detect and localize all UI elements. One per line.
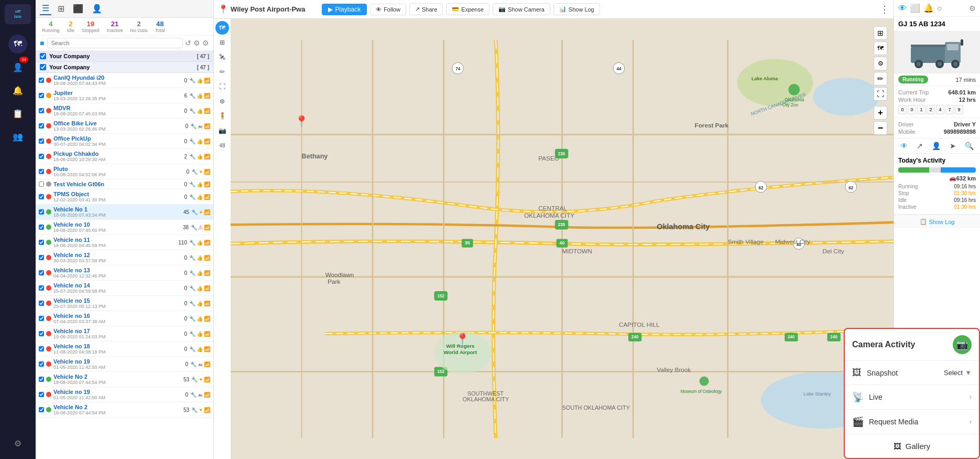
group-subheader-company[interactable]: Your Company [ 47 ] [36,62,213,73]
camera-header-icon[interactable]: 📷 [953,335,972,354]
vehicle-checkbox[interactable] [39,225,44,230]
search-input[interactable] [47,38,183,48]
vehicle-row[interactable]: Vehicle no 10 18-08-2020 07:45:00 PM 38 … [36,220,213,235]
status-inactive[interactable]: 21 Inactive [105,20,125,33]
vehicle-row[interactable]: Vehicle no 16 07-04-2020 03:37:38 AM 0 🔧… [36,311,213,326]
status-idle[interactable]: 2 Idle [65,20,77,33]
settings-toggle[interactable]: ⚙ [874,57,887,70]
live-option[interactable]: 📡 Live › [845,385,979,410]
vehicle-checkbox[interactable] [39,270,44,275]
cluster-button[interactable]: ⊛ [215,94,229,108]
vehicle-checkbox[interactable] [39,194,44,199]
vehicle-row[interactable]: Vehicle no 17 15-06-2020 01:24:03 PM 0 🔧… [36,326,213,341]
tab-table[interactable]: ⊞ [56,3,67,15]
vehicle-checkbox[interactable] [39,346,44,351]
eye-action-icon[interactable]: 👁 [900,142,908,150]
more-options-icon[interactable]: ⋮ [880,4,889,15]
vehicle-checkbox[interactable] [39,301,44,306]
nav-settings-icon[interactable]: ⚙ [8,434,27,453]
info-tab-circle[interactable]: ○ [937,4,942,13]
snapshot-option[interactable]: 🖼 Snapshot Select ▼ [845,361,979,385]
vehicle-row[interactable]: Vehicle no 15 25-07-2020 05:12:13 PM 0 🔧… [36,296,213,311]
vehicle-checkbox[interactable] [39,377,44,382]
status-nodata[interactable]: 2 No Data [128,20,150,33]
vehicle-row[interactable]: Vehicle no 13 04-04-2020 12:32:46 PM 0 🔧… [36,265,213,281]
vehicle-row[interactable]: Vehicle no 19 01-05-2020 11:42:50 AM 0 🔧… [36,357,213,372]
pen-button[interactable]: ✏ [215,65,229,79]
map-type-toggle[interactable]: 🗺 [874,41,887,55]
nav-alert-icon[interactable]: 🔔 [8,81,27,100]
tab-person[interactable]: 👤 [90,3,104,15]
show-log-button[interactable]: 📊 Show Log [553,3,600,15]
show-camera-button[interactable]: 📷 Show Camera [493,3,550,15]
group-sub-checkbox[interactable] [40,64,46,70]
tab-list[interactable]: ☰ [40,2,51,15]
vehicle-row[interactable]: Jupiter 19-03-2020 12:26:35 PM 6 🔧 👍 📶 [36,88,213,103]
vehicle-row[interactable]: Test Vehicle Gt06n 0 🔧 👍 📶 [36,179,213,189]
vehicle-row[interactable]: Office Bike Live 13-03-2020 02:26:46 PM … [36,119,213,134]
status-total[interactable]: 48 Total [153,20,167,33]
refresh-icon[interactable]: ↺ [185,39,191,47]
vehicle-checkbox[interactable] [39,209,44,215]
person-action-icon[interactable]: 👤 [932,142,941,150]
zoom-out-button[interactable]: − [874,121,887,135]
share-action-icon[interactable]: ↗ [917,142,923,150]
vehicle-row[interactable]: Vehicle no 18 11-08-2020 04:38:18 PM 0 🔧… [36,341,213,357]
vehicle-row[interactable]: Vehicle No 2 18-08-2020 07:44:54 PM 53 🔧… [36,372,213,387]
playback-button[interactable]: ▶ Playback [322,4,367,15]
tab-grid[interactable]: ⬛ [71,3,85,15]
nav-map-icon[interactable]: 🗺 [8,35,27,54]
vehicle-checkbox[interactable] [39,138,44,144]
vehicle-row-selected[interactable]: Vehicle No 1 18-08-2020 07:43:34 PM 45 🔧… [36,205,213,220]
vehicle-row[interactable]: Vehicle no 11 18-08-2020 04:45:59 PM 110… [36,235,213,250]
satellite-button[interactable]: 🛰 [215,50,229,64]
info-tab-bell[interactable]: 🔔 [923,3,934,13]
status-stopped[interactable]: 19 Stopped [80,20,102,33]
vehicle-checkbox[interactable] [39,361,44,367]
follow-button[interactable]: 👁 Follow [370,4,406,15]
pen-toggle[interactable]: ✏ [874,72,887,86]
vehicle-checkbox[interactable] [39,93,44,98]
vehicle-checkbox[interactable] [39,182,44,187]
vehicle-checkbox[interactable] [39,169,44,174]
status-running[interactable]: 4 Running [40,20,62,33]
vehicle-checkbox[interactable] [39,78,44,83]
group-checkbox[interactable] [40,53,46,59]
vehicle-row[interactable]: Vehicle no 19 01-05-2020 11:42:50 AM 0 🔧… [36,387,213,402]
vehicle-checkbox[interactable] [39,108,44,113]
map-mode-button[interactable]: 🗺 [215,21,229,35]
nav-user-icon[interactable]: 👤 34 [8,58,27,77]
expense-button[interactable]: 💳 Expense [446,3,489,15]
vehicle-row[interactable]: Pluto 10-08-2020 04:52:06 PM 0 🔧 ✦ 📶 [36,164,213,179]
search-action-icon[interactable]: 🔍 [965,142,974,150]
info-tab-square[interactable]: ⬜ [910,3,920,13]
vehicle-checkbox[interactable] [39,316,44,321]
frame-toggle[interactable]: ⛶ [874,87,887,101]
vehicle-row[interactable]: CanIQ Hyundai i20 18-08-2020 07:44:43 PM… [36,73,213,88]
vehicle-row[interactable]: Vehicle No 2 18-08-2020 07:44:54 PM 53 🔧… [36,402,213,418]
navigate-action-icon[interactable]: ➤ [950,142,956,150]
group-header-company[interactable]: Your Company [ 47 ] [36,51,213,62]
vehicle-row[interactable]: Vehicle no 12 30-03-2020 03:37:58 PM 0 🔧… [36,250,213,265]
vehicle-checkbox[interactable] [39,331,44,336]
zoom-in-button[interactable]: + [874,106,887,120]
layers-button[interactable]: ⊞ [215,36,229,49]
vehicle-checkbox[interactable] [39,154,44,159]
vehicle-row[interactable]: MDVR 18-08-2020 07:45:03 PM 0 🔧 👍 📶 [36,103,213,119]
camera-side-button[interactable]: 📷 [215,124,229,137]
vehicle-checkbox[interactable] [39,123,44,129]
vehicle-checkbox[interactable] [39,392,44,397]
layers-toggle[interactable]: ⊞ [874,26,887,40]
nav-people-icon[interactable]: 👥 [8,127,27,146]
nav-report-icon[interactable]: 📋 [8,104,27,123]
person-button[interactable]: 🧍 [215,109,229,123]
vehicle-checkbox[interactable] [39,255,44,260]
vehicle-checkbox[interactable] [39,240,44,245]
info-settings-icon[interactable]: ⚙ [969,4,976,13]
vehicle-row[interactable]: Vehicle no 14 25-07-2020 04:59:58 PM 0 🔧… [36,281,213,296]
vehicle-checkbox[interactable] [39,285,44,291]
share-button[interactable]: ↗ Share [409,3,443,15]
info-tab-eye[interactable]: 👁 [898,4,907,13]
vehicle-row[interactable]: TPMS Object 12-02-2020 03:41:30 PM 0 🔧 👍… [36,189,213,205]
fullscreen-button[interactable]: ⛶ [215,80,229,93]
